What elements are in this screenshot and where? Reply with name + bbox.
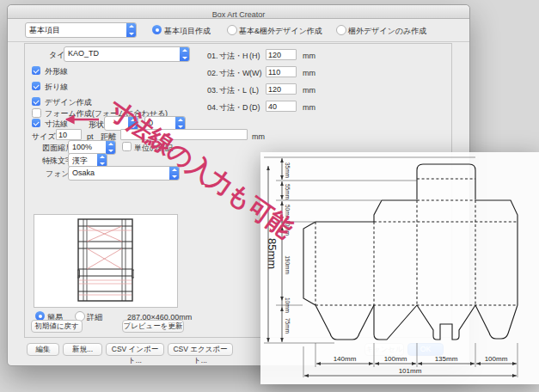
dieline-panel: 85mm 35mm 55mm 50mm 10mm 190mm 10mm 75mm… [260,152,539,384]
radio-outer-only-label: 梱外デザインのみ作成 [348,27,426,35]
checkbox-form[interactable] [32,108,41,118]
stepper-icon [97,154,107,167]
checkbox-outline[interactable] [32,66,40,75]
radio-basic-and-outer-label: 基本&梱外デザイン作成 [239,27,322,35]
dim-h-input[interactable] [266,49,297,60]
dim-row-code: (W) [249,69,262,77]
checkbox-dimension-line[interactable] [32,119,40,127]
dim-label-segment: 135mm [435,355,458,363]
title-bar: Box Art Creator [8,5,469,19]
stepper-icon [106,141,115,154]
dim-row-unit: mm [303,52,315,60]
checkbox-fold-line-label: 折り線 [45,83,68,91]
dim-row-no: 03. [207,86,218,95]
dim-label-segment: 190mm [285,255,291,274]
checkbox-fold-line[interactable] [32,82,40,90]
radio-basic-and-outer[interactable] [227,25,237,35]
special-chars-select-value: 漢字 [69,154,97,167]
category-select-value: 基本項目 [26,23,126,37]
stepper-icon [180,47,189,61]
font-select[interactable]: Osaka [68,166,180,181]
dim-row-unit: mm [303,103,315,112]
checkbox-design[interactable] [32,97,40,106]
type-select-value: KAO_TD [64,47,180,61]
new-button[interactable]: 新規... [63,343,102,356]
dim-label-segment: 75mm [285,318,291,334]
toolbar-divider [8,41,469,42]
screen: Box Art Creator 基本項目 基本項目作成 基本&梱外デザイン作成 … [0,0,539,392]
dim-row-code: (L) [249,86,259,95]
edit-button[interactable]: 編集 [27,343,59,356]
stepper-icon [175,117,185,130]
checkbox-unit-notation[interactable] [122,142,132,151]
dim-label-overall-width: 101mm [399,367,422,375]
dim-row-unit: mm [303,69,315,77]
distance-unit-label: mm [252,132,265,141]
reset-defaults-button[interactable]: 初期値に戻す [31,320,83,333]
preview-box [34,214,178,308]
dim-row-code: (D) [249,103,260,112]
dim-d-input[interactable] [266,101,297,112]
radio-basic-items-label: 基本項目作成 [164,27,211,35]
radio-outer-only[interactable] [336,25,346,35]
dim-row-no: 02. [207,69,218,77]
dim-label-segment: 55mm [285,184,291,199]
dim-row-unit: mm [303,86,315,95]
preview-thumbnail [77,218,134,303]
dim-row-name: 寸法・H [219,52,248,60]
checkbox-outline-label: 外形線 [45,67,68,76]
annotation-arrow-icon [60,113,101,126]
font-select-value: Osaka [69,167,169,180]
dim-row-code: (H) [249,52,260,60]
csv-import-button[interactable]: CSV インポート... [106,343,164,356]
dieline-drawing: 85mm 35mm 55mm 50mm 10mm 190mm 10mm 75mm… [260,152,539,384]
dim-row-no: 04. [207,103,218,112]
update-preview-button[interactable]: プレビューを更新 [122,320,184,333]
category-select[interactable]: 基本項目 [25,22,137,38]
size-input[interactable] [56,129,82,140]
stepper-icon [126,23,136,37]
dim-label-segment: 10mm [285,297,291,313]
dim-label-segment: 100mm [485,355,508,363]
size-label: サイズ [32,132,56,141]
dim-row-no: 01. [207,52,218,60]
window-title: Box Art Creator [212,10,266,19]
dim-w-input[interactable] [266,66,297,77]
radio-basic-items[interactable] [152,25,162,34]
dim-row-name: 寸法・W [219,69,250,77]
dim-label-segment: 140mm [334,355,357,363]
dim-label-segment: 35mm [285,162,291,178]
radio-detail-label: 詳細 [87,313,102,322]
dim-row-name: 寸法・L [219,86,247,95]
dim-l-input[interactable] [266,83,297,95]
scale-select-value: 100% [69,141,106,154]
checkbox-design-label: デザイン作成 [45,98,92,107]
dim-label-segment: 100mm [384,355,407,363]
type-select[interactable]: KAO_TD [64,46,190,62]
csv-export-button[interactable]: CSV エクスポート... [168,343,233,356]
dim-row-name: 寸法・D [219,103,248,112]
